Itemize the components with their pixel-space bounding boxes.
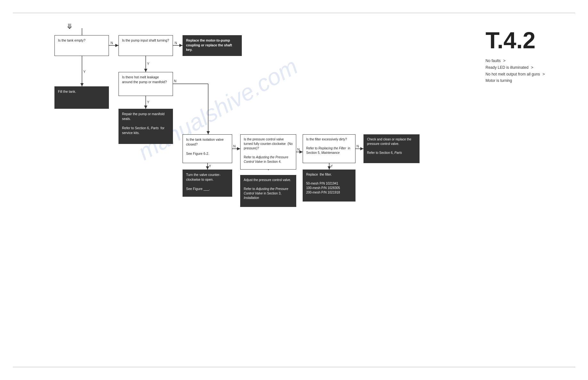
box-pump-shaft-turning: Is the pump input shaft turning?	[118, 35, 173, 56]
info-motor-turning: Motor is turning	[486, 78, 569, 83]
svg-marker-18	[207, 131, 210, 134]
info-no-hot-melt: No hot melt output from all guns >	[486, 72, 569, 76]
svg-text:Y: Y	[147, 62, 150, 66]
svg-text:N: N	[175, 41, 177, 45]
page-title: T.4.2	[486, 29, 569, 52]
svg-marker-8	[179, 44, 183, 47]
svg-marker-40	[360, 147, 363, 150]
box-check-pressure-valve: Check and clean or replace the pressure …	[363, 134, 420, 163]
svg-marker-11	[144, 69, 147, 72]
info-panel: T.4.2 No faults > Ready LED is illuminat…	[486, 29, 569, 85]
box-pressure-control-valve: Is the pressure control valve turned ful…	[240, 134, 296, 170]
box-turn-valve: Turn the valve counter-clockwise to open…	[183, 170, 232, 197]
box-replace-filter: Replace the filter. 50-mesh P/N 1021941 …	[303, 170, 355, 202]
svg-text:N: N	[174, 79, 176, 83]
svg-marker-2	[80, 83, 84, 86]
box-repair-seals: Repair the pump or manifold seals. Refer…	[118, 109, 173, 144]
info-no-faults: No faults >	[486, 58, 569, 63]
arrow-icon: >	[541, 72, 545, 76]
box-tank-empty: Is the tank empty?	[54, 35, 109, 56]
svg-text:N: N	[110, 41, 113, 45]
svg-marker-14	[144, 106, 147, 109]
start-chevron-icon: ⤋	[67, 22, 72, 31]
arrow-icon: >	[502, 58, 505, 63]
box-fill-tank: Fill the tank.	[54, 86, 109, 109]
box-hot-melt-leakage: Is there hot melt leakage around the pum…	[118, 72, 173, 96]
svg-marker-24	[237, 147, 240, 150]
box-isolation-valve: Is the tank isolation valve closed?See F…	[183, 134, 232, 163]
svg-text:Y: Y	[147, 100, 150, 104]
svg-marker-5	[115, 44, 118, 47]
page-border-top	[13, 13, 575, 13]
svg-text:N: N	[233, 144, 236, 148]
info-ready-led: Ready LED is illuminated >	[486, 65, 569, 70]
box-adjust-pressure-valve: Adjust the pressure control valve. Refer…	[240, 175, 296, 207]
svg-marker-21	[206, 166, 209, 170]
page-border-bottom	[13, 367, 575, 367]
arrow-icon: >	[530, 65, 533, 70]
svg-text:N: N	[356, 144, 359, 148]
box-replace-coupling: Replace the motor-to-pump coupling or re…	[183, 35, 242, 56]
box-filter-dirty: Is the filter excessively dirty? Refer t…	[303, 134, 355, 163]
svg-text:Y: Y	[83, 70, 86, 74]
svg-marker-37	[328, 166, 331, 170]
svg-text:N: N	[297, 147, 300, 151]
svg-text:Y: Y	[209, 164, 211, 168]
svg-marker-34	[299, 150, 303, 154]
svg-text:Y: Y	[331, 164, 333, 168]
flowchart-container: ⤋ Y N N Y Y N Y	[19, 22, 429, 221]
